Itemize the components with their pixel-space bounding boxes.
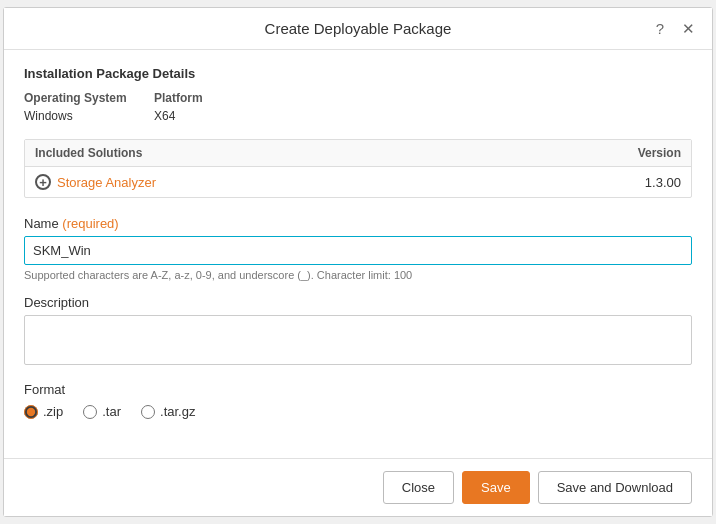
format-radio-tar[interactable] — [83, 405, 97, 419]
dialog-title: Create Deployable Package — [265, 20, 452, 37]
col-version: Version — [638, 146, 681, 160]
table-row: + Storage Analyzer 1.3.00 — [25, 167, 691, 197]
save-button[interactable]: Save — [462, 471, 530, 504]
platform-value: X64 — [154, 109, 692, 123]
description-input[interactable] — [24, 315, 692, 365]
name-hint: Supported characters are A-Z, a-z, 0-9, … — [24, 269, 692, 281]
installation-package-title: Installation Package Details — [24, 66, 692, 81]
close-icon-button[interactable]: ✕ — [677, 18, 700, 40]
solution-name-text: Storage Analyzer — [57, 175, 156, 190]
solutions-table-header: Included Solutions Version — [25, 140, 691, 167]
format-section: Format .zip .tar .tar.gz — [24, 382, 692, 419]
name-field-section: Name (required) Supported characters are… — [24, 216, 692, 281]
format-radio-tar-gz[interactable] — [141, 405, 155, 419]
format-zip-label: .zip — [43, 404, 63, 419]
format-radio-group: .zip .tar .tar.gz — [24, 404, 692, 419]
format-tar-gz-label: .tar.gz — [160, 404, 195, 419]
format-option-tar[interactable]: .tar — [83, 404, 121, 419]
help-button[interactable]: ? — [651, 18, 669, 39]
format-option-zip[interactable]: .zip — [24, 404, 63, 419]
help-icon: ? — [656, 20, 664, 37]
create-deployable-package-dialog: Create Deployable Package ? ✕ Installati… — [3, 7, 713, 517]
name-field-label: Name (required) — [24, 216, 692, 231]
dialog-header-icons: ? ✕ — [651, 18, 700, 40]
solutions-table: Included Solutions Version + Storage Ana… — [24, 139, 692, 198]
solution-version: 1.3.00 — [645, 175, 681, 190]
format-label: Format — [24, 382, 692, 397]
col-included-solutions: Included Solutions — [35, 146, 142, 160]
format-tar-label: .tar — [102, 404, 121, 419]
description-field-label: Description — [24, 295, 692, 310]
os-value: Windows — [24, 109, 154, 123]
name-input[interactable] — [24, 236, 692, 265]
save-and-download-button[interactable]: Save and Download — [538, 471, 692, 504]
description-field-section: Description — [24, 295, 692, 368]
close-icon: ✕ — [682, 20, 695, 38]
dialog-body: Installation Package Details Operating S… — [4, 50, 712, 458]
format-radio-zip[interactable] — [24, 405, 38, 419]
plus-icon: + — [35, 174, 51, 190]
required-indicator: (required) — [62, 216, 118, 231]
dialog-header: Create Deployable Package ? ✕ — [4, 8, 712, 50]
platform-label: Platform — [154, 91, 692, 105]
format-option-tar-gz[interactable]: .tar.gz — [141, 404, 195, 419]
close-button[interactable]: Close — [383, 471, 454, 504]
solution-name: + Storage Analyzer — [35, 174, 156, 190]
name-label-text: Name — [24, 216, 59, 231]
installation-package-info: Operating System Platform Windows X64 — [24, 91, 692, 123]
os-label: Operating System — [24, 91, 154, 105]
dialog-footer: Close Save Save and Download — [4, 458, 712, 516]
